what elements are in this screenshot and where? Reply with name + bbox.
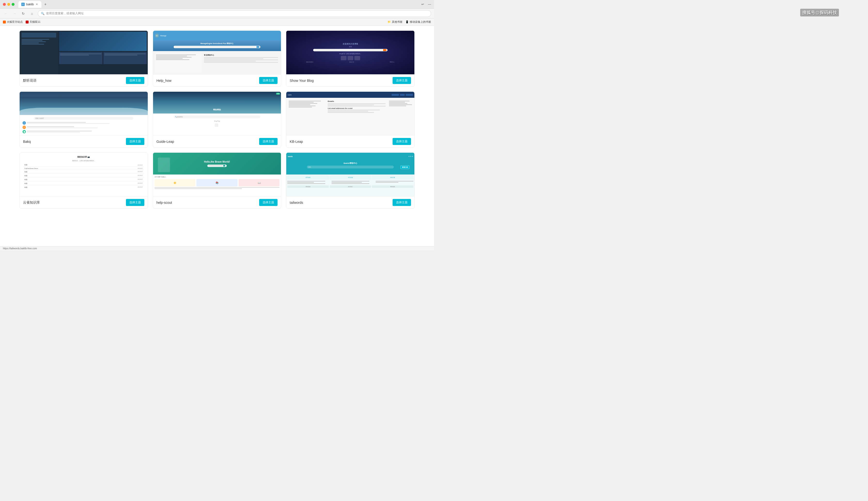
card-guideLeap-footer: Guide-Leap 选择主题 — [153, 135, 281, 147]
card-yunQue-footer: 云雀知识库 选择主题 — [20, 196, 148, 209]
bookmark-tmall-favicon — [26, 21, 29, 23]
card-helpScout: Hello,the Brave World! 关于AI擎个机器人 ☀️ — [153, 152, 281, 209]
preview-mohua-sidebar — [20, 31, 58, 74]
traffic-lights — [3, 3, 14, 6]
card-guideLeap: AD 帮助帮助 🔍 搜索帮助 平台产品 — [153, 92, 281, 148]
card-mohua-footer: 默听花语 选择主题 — [20, 74, 148, 86]
card-showBlog-title: Show Your Blog — [290, 79, 314, 83]
card-yunQue-select-btn[interactable]: 选择主题 — [126, 199, 144, 206]
bookmark-firefox-favicon — [3, 21, 6, 23]
card-kbLeap-footer: KB-Leap 选择主题 — [286, 135, 415, 147]
card-guideLeap-title: Guide-Leap — [156, 140, 174, 143]
bookmark-firefox-label: 火狐官方站点 — [7, 20, 23, 24]
home-button[interactable]: ⌂ — [29, 11, 35, 17]
card-helpHow-footer: Help_how 选择主题 — [153, 74, 281, 86]
title-bar: b baklib ✕ + ↩ — — [0, 0, 434, 9]
address-text: 使用百度搜索，或者输入网址 — [46, 11, 84, 15]
preview-mohua-main — [58, 31, 148, 74]
card-kbLeap-select-btn[interactable]: 选择主题 — [393, 138, 411, 145]
card-tailwords-title: tailwords — [290, 201, 303, 204]
category-icon-1 — [341, 56, 347, 60]
card-guideLeap-preview: AD 帮助帮助 🔍 搜索帮助 平台产品 — [153, 92, 281, 135]
card-helpHow-title: Help_how — [156, 79, 171, 83]
preview-tailwords-body: 新手指南 常见问题 价格方案 — [286, 174, 415, 196]
bookmark-tmall-label: 天猫双11 — [30, 20, 40, 24]
preview-tailwords-header: baklib — [286, 153, 415, 160]
card-showBlog: 欢迎来到大鱼博客 探索 Blog栏目 让我们发现更多精彩的... — [286, 31, 415, 87]
status-bar: https://tailwords.baklib-free.com — [0, 246, 434, 250]
card-guideLeap-select-btn[interactable]: 选择主题 — [259, 138, 278, 145]
mobile-bookmarks-label: 移动设备上的书签 — [410, 20, 431, 24]
undo-icon[interactable]: ↩ — [421, 2, 424, 6]
card-helpScout-footer: help-scout 选择主题 — [153, 196, 281, 209]
card-kbLeap-title: KB-Leap — [290, 140, 303, 143]
preview-kbLeap-header: baklib — [286, 92, 415, 98]
folder-icon: 📁 — [387, 20, 391, 23]
preview-showBlog-content: 欢迎来到大鱼博客 探索 Blog栏目 让我们发现更多精彩的... — [286, 41, 415, 65]
card-showBlog-preview: 欢迎来到大鱼博客 探索 Blog栏目 让我们发现更多精彩的... — [286, 31, 415, 74]
card-bakq-select-btn[interactable]: 选择主题 — [126, 138, 144, 145]
close-button[interactable] — [3, 3, 6, 6]
preview-helpHow-header: M Manage — [153, 31, 281, 40]
tab-favicon: b — [21, 3, 25, 6]
card-yunQue-title: 云雀知识库 — [23, 200, 40, 205]
browser-window: b baklib ✕ + ↩ — ← → ↻ ⌂ 🔍 使用百度搜索，或者输入网址… — [0, 0, 434, 250]
address-bar[interactable]: 🔍 使用百度搜索，或者输入网址 — [38, 10, 431, 17]
refresh-button[interactable]: ↻ — [20, 11, 26, 17]
back-button[interactable]: ← — [3, 11, 9, 17]
card-kbLeap-preview: baklib — [286, 92, 415, 135]
maximize-button[interactable] — [12, 3, 14, 6]
card-bakq: 搜索入知識字 A 🏷 — [19, 92, 148, 148]
other-bookmarks-item[interactable]: 📁 其他书签 — [387, 20, 402, 24]
category-icon-2 — [347, 56, 353, 60]
other-bookmarks-label: 其他书签 — [392, 20, 402, 24]
top-right-icons: ↩ — — [421, 2, 431, 6]
card-helpScout-title: help-scout — [156, 201, 172, 204]
tab-bar: b baklib ✕ + — [18, 1, 419, 8]
mobile-bookmarks-item[interactable]: 📱 移动设备上的书签 — [405, 20, 431, 24]
status-url: https://tailwords.baklib-free.com — [3, 247, 37, 250]
card-helpHow-select-btn[interactable]: 选择主题 — [259, 77, 278, 84]
card-helpScout-select-btn[interactable]: 选择主题 — [259, 199, 278, 206]
search-icon: 🔍 — [41, 12, 44, 15]
tab-title: baklib — [26, 3, 34, 6]
card-mohua-select-btn[interactable]: 选择主题 — [126, 77, 144, 84]
card-showBlog-footer: Show Your Blog 选择主题 — [286, 74, 415, 86]
other-bookmarks: 📁 其他书签 📱 移动设备上的书签 — [387, 20, 431, 24]
card-helpHow: M Manage ManageEngine SeviceDesk Plus 帮助… — [153, 31, 281, 87]
card-bakq-preview: 搜索入知識字 A 🏷 — [20, 92, 148, 135]
card-helpScout-preview: Hello,the Brave World! 关于AI擎个机器人 ☀️ — [153, 153, 281, 196]
preview-kbLeap-body: Emails List email addresses for a user — [286, 98, 415, 135]
category-icon-3 — [354, 56, 360, 60]
card-tailwords-footer: tailwords 选择主题 — [286, 196, 415, 209]
bookmark-tmall[interactable]: 天猫双11 — [26, 20, 40, 24]
active-tab[interactable]: b baklib ✕ — [18, 1, 41, 8]
themes-grid: 默听花语 选择主题 M Manage ManageEngine SeviceDe… — [19, 31, 415, 209]
redo-icon[interactable]: — — [428, 2, 431, 6]
main-content: 默听花语 选择主题 M Manage ManageEngine SeviceDe… — [0, 26, 434, 246]
card-mohua-title: 默听花语 — [23, 78, 36, 83]
preview-showBlog-categories — [288, 56, 412, 60]
minimize-button[interactable] — [7, 3, 10, 6]
forward-button[interactable]: → — [12, 11, 18, 17]
card-mohua-preview — [20, 31, 148, 74]
bookmarks-bar: 火狐官方站点 天猫双11 📁 其他书签 📱 移动设备上的书签 — [0, 18, 434, 26]
card-yunQue-preview: 相机知识库 📷 相机知识，让我们发现更多精彩的... 标题 2024/07 Fu… — [20, 153, 148, 196]
card-showBlog-select-btn[interactable]: 选择主题 — [393, 77, 411, 84]
card-kbLeap: baklib — [286, 92, 415, 148]
new-tab-button[interactable]: + — [42, 1, 48, 7]
card-bakq-footer: Bakq 选择主题 — [20, 135, 148, 147]
card-tailwords-select-btn[interactable]: 选择主题 — [393, 199, 411, 206]
card-bakq-title: Bakq — [23, 140, 31, 143]
card-helpHow-preview: M Manage ManageEngine SeviceDesk Plus 帮助… — [153, 31, 281, 74]
bookmark-firefox[interactable]: 火狐官方站点 — [3, 20, 23, 24]
mobile-icon: 📱 — [405, 20, 409, 23]
tab-close-button[interactable]: ✕ — [35, 3, 39, 6]
card-mohua: 默听花语 选择主题 — [19, 31, 148, 87]
card-yunQue: 相机知识库 📷 相机知识，让我们发现更多精彩的... 标题 2024/07 Fu… — [19, 152, 148, 209]
navigation-bar: ← → ↻ ⌂ 🔍 使用百度搜索，或者输入网址 — [0, 9, 434, 18]
card-tailwords: baklib Baklib帮助中心 搜索... 查看示例 — [286, 152, 415, 209]
card-tailwords-preview: baklib Baklib帮助中心 搜索... 查看示例 — [286, 153, 415, 196]
